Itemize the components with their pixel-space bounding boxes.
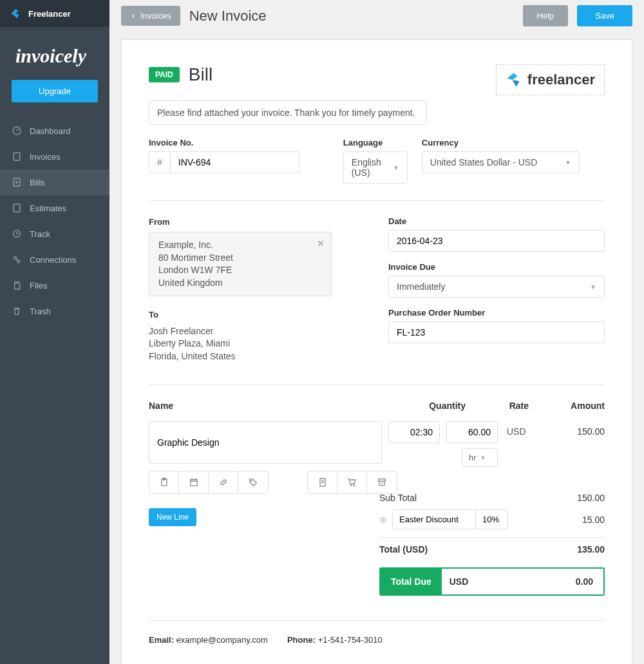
- chevron-down-icon: ▼: [480, 455, 486, 461]
- nav-bills[interactable]: Bills: [0, 169, 109, 195]
- receipt-icon: [317, 477, 328, 488]
- from-line1: 80 Mortimer Street: [158, 252, 322, 265]
- po-label: Purchase Order Number: [388, 308, 605, 318]
- document-icon: [12, 151, 22, 162]
- plus-document-icon: [12, 177, 22, 187]
- tag-button[interactable]: [238, 471, 268, 493]
- nav-label: Track: [30, 229, 50, 239]
- clipboard-button[interactable]: [149, 471, 179, 493]
- item-currency: USD: [504, 421, 540, 442]
- to-line2: Florida, United States: [149, 350, 332, 363]
- due-select[interactable]: Immediately ▼: [388, 276, 605, 298]
- svg-rect-15: [379, 479, 386, 481]
- svg-point-13: [350, 485, 351, 486]
- nav-track[interactable]: Track: [0, 221, 109, 247]
- calendar-button[interactable]: [179, 471, 209, 493]
- nav-trash[interactable]: Trash: [0, 298, 109, 324]
- page-title: New Invoice: [189, 8, 267, 24]
- bird-icon: [506, 71, 522, 88]
- calendar-icon: [189, 477, 199, 488]
- brand-name: freelancer: [527, 71, 595, 88]
- date-input[interactable]: [388, 230, 605, 252]
- discount-pct-input[interactable]: [476, 509, 508, 529]
- chevron-left-icon: [130, 13, 137, 19]
- link-icon: [12, 254, 22, 265]
- total-due-value: 0.00: [565, 569, 603, 594]
- receipt-button[interactable]: [308, 471, 337, 493]
- item-unit-select[interactable]: hr ▼: [462, 448, 498, 467]
- cart-icon: [347, 477, 357, 488]
- invoice-card: PAID Bill freelancer Invoice No. #: [121, 39, 632, 664]
- language-select[interactable]: English (US) ▼: [343, 151, 408, 184]
- nav: Dashboard Invoices Bills Estimates Track…: [0, 118, 109, 324]
- from-line3: United Kingdom: [158, 277, 322, 290]
- item-rate-input[interactable]: [446, 421, 498, 443]
- document-icon: [12, 203, 22, 213]
- svg-rect-1: [14, 153, 19, 160]
- discount-amount: 15.00: [582, 515, 605, 525]
- brand-logo-box[interactable]: freelancer: [496, 64, 605, 95]
- chevron-down-icon: ▼: [565, 159, 571, 166]
- invoice-footer: Email: example@company.com Phone: +1-541…: [149, 620, 605, 645]
- svg-rect-7: [15, 283, 20, 289]
- email-label: Email:: [149, 635, 174, 645]
- close-icon[interactable]: ✕: [317, 238, 325, 251]
- from-line2: London W1W 7FE: [158, 264, 322, 277]
- date-label: Date: [388, 216, 605, 226]
- org-switcher[interactable]: Freelancer: [0, 0, 109, 27]
- chevron-down-icon: ▼: [590, 283, 596, 290]
- from-box[interactable]: ✕ Example, Inc. 80 Mortimer Street Londo…: [149, 232, 332, 296]
- help-button[interactable]: Help: [523, 5, 569, 26]
- org-name: Freelancer: [28, 9, 71, 19]
- back-label: Invoices: [140, 11, 171, 21]
- nav-dashboard[interactable]: Dashboard: [0, 118, 109, 144]
- svg-rect-3: [14, 204, 19, 212]
- nav-invoices[interactable]: Invoices: [0, 144, 109, 169]
- new-line-button[interactable]: New Line: [149, 508, 196, 526]
- gauge-icon: [12, 126, 22, 136]
- svg-point-14: [354, 485, 354, 486]
- email-value: example@company.com: [176, 635, 268, 645]
- item-qty-input[interactable]: [388, 421, 440, 443]
- back-button[interactable]: Invoices: [121, 6, 180, 26]
- chevron-down-icon: ▼: [393, 164, 399, 171]
- from-label: From: [149, 217, 170, 227]
- copy-icon: [12, 280, 22, 290]
- currency-select[interactable]: United States Dollar - USD ▼: [422, 151, 580, 173]
- invoice-no-prefix: #: [149, 151, 171, 173]
- invoice-no-label: Invoice No.: [149, 138, 299, 147]
- due-label: Invoice Due: [388, 262, 605, 272]
- main: Invoices New Invoice Help Save PAID Bill…: [109, 0, 644, 664]
- app-logo: invoicely: [0, 27, 109, 80]
- total-due-currency: USD: [442, 569, 477, 594]
- to-line1: Liberty Plaza, Miami: [149, 337, 332, 350]
- phone-value: +1-541-754-3010: [318, 635, 383, 645]
- po-input[interactable]: [388, 321, 605, 343]
- total-value: 135.00: [577, 544, 605, 555]
- bird-icon: [10, 8, 22, 19]
- link-button[interactable]: [209, 471, 238, 493]
- nav-label: Dashboard: [30, 126, 71, 136]
- clock-icon: [12, 229, 22, 239]
- nav-files[interactable]: Files: [0, 272, 109, 298]
- language-value: English (US): [352, 157, 386, 178]
- item-name-input[interactable]: [149, 421, 382, 464]
- discount-name-input[interactable]: [392, 509, 476, 529]
- item-tools-left: [149, 471, 269, 494]
- description-input[interactable]: [149, 100, 427, 125]
- save-button[interactable]: Save: [577, 5, 632, 26]
- status-badge: PAID: [149, 67, 180, 82]
- invoice-no-input[interactable]: [171, 151, 299, 173]
- language-label: Language: [343, 138, 408, 147]
- topbar: Invoices New Invoice Help Save: [109, 0, 644, 32]
- upgrade-button[interactable]: Upgrade: [12, 80, 98, 102]
- total-due-label: Total Due: [381, 569, 442, 594]
- cart-button[interactable]: [337, 471, 367, 493]
- nav-connections[interactable]: Connections: [0, 247, 109, 272]
- currency-label: Currency: [422, 138, 580, 147]
- nav-label: Files: [30, 281, 47, 290]
- phone-label: Phone:: [287, 635, 316, 645]
- nav-estimates[interactable]: Estimates: [0, 195, 109, 221]
- remove-discount-icon[interactable]: ⊗: [379, 515, 387, 525]
- from-name: Example, Inc.: [158, 239, 322, 252]
